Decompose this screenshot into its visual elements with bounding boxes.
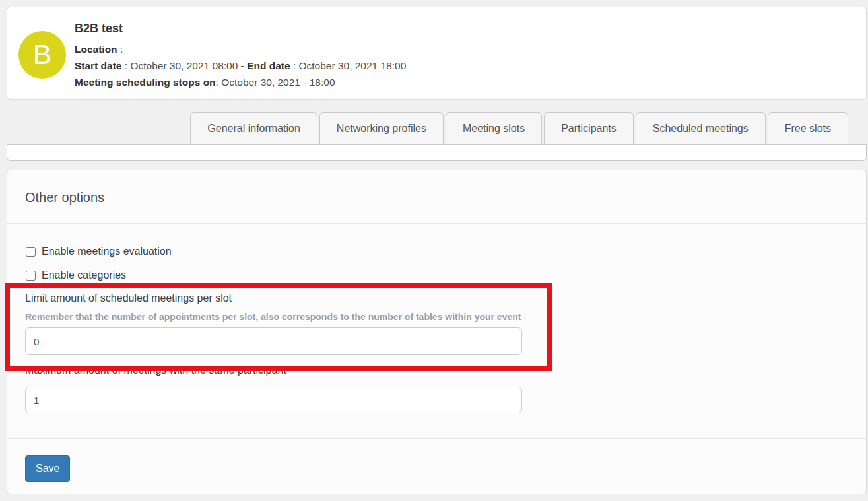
end-date-label: End date: [247, 60, 290, 71]
page: B B2B test Location : Start date : Octob…: [0, 0, 868, 501]
scheduling-stops-separator: :: [216, 77, 222, 88]
end-date-value: October 30, 2021 18:00: [298, 60, 406, 71]
enable-categories-row[interactable]: Enable categories: [25, 269, 848, 282]
start-date-value: October 30, 2021 08:00: [130, 60, 238, 71]
enable-meetings-evaluation-row[interactable]: Enable meetings evaluation: [25, 245, 848, 258]
tab-general-information[interactable]: General information: [190, 112, 317, 144]
event-location-line: Location :: [75, 41, 406, 57]
panel-body: Enable meetings evaluation Enable catego…: [7, 224, 866, 413]
limit-per-slot-input[interactable]: [25, 327, 522, 355]
enable-meetings-evaluation-label: Enable meetings evaluation: [42, 246, 172, 257]
tab-participants[interactable]: Participants: [544, 112, 634, 144]
dates-dash: -: [238, 60, 247, 71]
location-label: Location: [75, 44, 117, 55]
enable-categories-label: Enable categories: [42, 269, 126, 281]
event-info: B2B test Location : Start date : October…: [75, 22, 406, 90]
event-title: B2B test: [75, 22, 406, 36]
limit-per-slot-help: Remember that the number of appointments…: [25, 312, 848, 322]
avatar: B: [18, 31, 66, 79]
tab-scheduled-meetings[interactable]: Scheduled meetings: [636, 112, 766, 144]
panel-title: Other options: [7, 170, 866, 224]
max-same-participant-label: Maximum amount of meetings with the same…: [25, 364, 848, 377]
end-date-separator: :: [290, 60, 299, 71]
avatar-letter: B: [33, 39, 51, 71]
enable-meetings-evaluation-checkbox[interactable]: [26, 247, 36, 257]
other-options-panel: Other options Enable meetings evaluation…: [7, 170, 867, 494]
enable-categories-checkbox[interactable]: [26, 271, 36, 281]
tab-free-slots[interactable]: Free slots: [768, 112, 848, 144]
tab-bar: General information Networking profiles …: [7, 112, 848, 144]
tab-content-bottom-strip: [7, 144, 867, 161]
scheduling-stops-label: Meeting scheduling stops on: [75, 77, 216, 88]
tab-meeting-slots[interactable]: Meeting slots: [446, 112, 542, 144]
tab-networking-profiles[interactable]: Networking profiles: [319, 112, 444, 144]
scheduling-stops-line: Meeting scheduling stops on: October 30,…: [75, 74, 406, 90]
start-date-separator: :: [122, 60, 131, 71]
max-same-participant-input[interactable]: [25, 387, 522, 413]
location-separator: :: [117, 44, 123, 55]
event-dates-line: Start date : October 30, 2021 08:00 - En…: [75, 57, 406, 74]
limit-per-slot-label: Limit amount of scheduled meetings per s…: [25, 292, 848, 305]
save-button[interactable]: Save: [25, 455, 70, 482]
start-date-label: Start date: [75, 60, 122, 71]
scheduling-stops-value: October 30, 2021 - 18:00: [221, 77, 335, 88]
panel-footer: Save: [7, 438, 866, 494]
event-header-card: B B2B test Location : Start date : Octob…: [7, 7, 867, 100]
